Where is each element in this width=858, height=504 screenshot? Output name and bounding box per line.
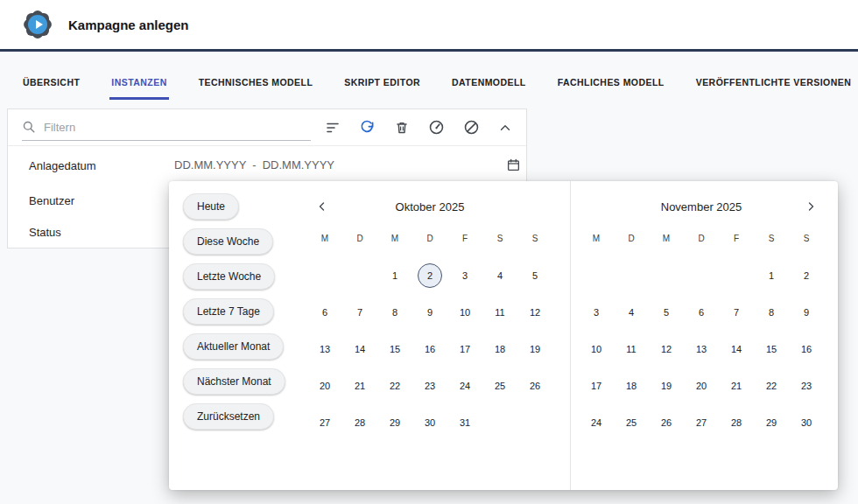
sort-button[interactable] xyxy=(325,120,341,136)
day-cell[interactable]: 15 xyxy=(754,331,789,368)
app-header: Kampagne anlegen xyxy=(0,0,858,52)
quick-button-letzte-7-tage[interactable]: Letzte 7 Tage xyxy=(183,298,274,325)
tab-instanzen[interactable]: INSTANZEN xyxy=(109,72,168,100)
app-logo-icon xyxy=(23,10,53,39)
day-cell[interactable]: 29 xyxy=(754,404,789,441)
day-cell[interactable]: 17 xyxy=(447,331,482,368)
tab-veröffentlichte-versionen[interactable]: VERÖFFENTLICHTE VERSIONEN xyxy=(694,72,854,100)
day-cell[interactable]: 27 xyxy=(684,404,719,441)
run-instance-button[interactable] xyxy=(428,119,445,136)
day-cell[interactable]: 20 xyxy=(307,368,342,404)
day-cell[interactable]: 4 xyxy=(482,257,517,294)
day-cell[interactable]: 3 xyxy=(447,257,482,294)
delete-button[interactable] xyxy=(394,120,410,136)
day-cell-empty xyxy=(482,404,517,441)
month-title: November 2025 xyxy=(661,200,742,214)
day-cell-empty xyxy=(614,257,649,294)
day-cell[interactable]: 10 xyxy=(447,294,482,331)
quick-button-nächster-monat[interactable]: Nächster Monat xyxy=(183,368,285,395)
day-cell[interactable]: 22 xyxy=(377,368,412,404)
day-cell[interactable]: 24 xyxy=(579,404,614,441)
quick-button-heute[interactable]: Heute xyxy=(183,193,239,220)
day-cell[interactable]: 13 xyxy=(684,331,719,368)
day-cell[interactable]: 13 xyxy=(307,331,342,368)
next-month-button[interactable] xyxy=(801,197,820,216)
collapse-button[interactable] xyxy=(498,121,512,135)
day-cell[interactable]: 7 xyxy=(719,294,754,331)
day-cell[interactable]: 26 xyxy=(517,368,552,404)
day-cell[interactable]: 29 xyxy=(377,404,412,441)
day-cell[interactable]: 21 xyxy=(342,368,377,404)
day-cell[interactable]: 30 xyxy=(412,404,447,441)
quick-button-aktueller-monat[interactable]: Aktueller Monat xyxy=(183,333,284,360)
date-range-input[interactable]: DD.MM.YYYY - DD.MM.YYYY xyxy=(174,146,524,185)
day-cell[interactable]: 9 xyxy=(789,294,824,331)
day-cell-empty xyxy=(307,257,342,294)
day-cell[interactable]: 3 xyxy=(579,294,614,331)
day-cell[interactable]: 10 xyxy=(579,331,614,368)
tab-skript-editor[interactable]: SKRIPT EDITOR xyxy=(342,72,422,100)
quick-button-zurücksetzen[interactable]: Zurücksetzen xyxy=(183,403,274,430)
quick-button-diese-woche[interactable]: Diese Woche xyxy=(183,228,273,255)
tab-übersicht[interactable]: ÜBERSICHT xyxy=(21,72,81,100)
day-cell[interactable]: 14 xyxy=(719,331,754,368)
day-cell[interactable]: 22 xyxy=(754,368,789,404)
day-cell[interactable]: 8 xyxy=(754,294,789,331)
day-cell[interactable]: 17 xyxy=(579,368,614,404)
day-cell[interactable]: 16 xyxy=(412,331,447,368)
weekday-label: D xyxy=(614,234,649,243)
tab-fachliches-modell[interactable]: FACHLICHES MODELL xyxy=(556,72,666,100)
day-cell[interactable]: 28 xyxy=(719,404,754,441)
weekday-label: F xyxy=(447,234,482,243)
quick-button-letzte-woche[interactable]: Letzte Woche xyxy=(183,263,275,290)
day-cell[interactable]: 5 xyxy=(649,294,684,331)
day-cell[interactable]: 4 xyxy=(614,294,649,331)
day-cell[interactable]: 21 xyxy=(719,368,754,404)
day-cell[interactable]: 27 xyxy=(307,404,342,441)
tab-technisches-modell[interactable]: TECHNISCHES MODELL xyxy=(197,72,315,100)
field-label: Status xyxy=(29,226,174,239)
day-cell[interactable]: 6 xyxy=(684,294,719,331)
day-cell[interactable]: 18 xyxy=(482,331,517,368)
day-cell[interactable]: 25 xyxy=(614,404,649,441)
day-cell[interactable]: 7 xyxy=(342,294,377,331)
day-cell[interactable]: 19 xyxy=(517,331,552,368)
day-cell[interactable]: 23 xyxy=(412,368,447,404)
clear-filter-button[interactable] xyxy=(463,119,480,136)
day-cell[interactable]: 19 xyxy=(649,368,684,404)
prev-month-button[interactable] xyxy=(313,197,332,216)
day-cell[interactable]: 28 xyxy=(342,404,377,441)
day-cell[interactable]: 11 xyxy=(482,294,517,331)
day-cell[interactable]: 11 xyxy=(614,331,649,368)
day-cell[interactable]: 30 xyxy=(789,404,824,441)
day-cell[interactable]: 2 xyxy=(412,257,447,294)
weekday-label: M xyxy=(649,234,684,243)
day-cell[interactable]: 16 xyxy=(789,331,824,368)
day-cell[interactable]: 14 xyxy=(342,331,377,368)
day-cell[interactable]: 25 xyxy=(482,368,517,404)
day-cell[interactable]: 20 xyxy=(684,368,719,404)
refresh-icon xyxy=(359,119,376,136)
day-cell[interactable]: 6 xyxy=(307,294,342,331)
day-cell[interactable]: 1 xyxy=(754,257,789,294)
day-cell[interactable]: 2 xyxy=(789,257,824,294)
day-cell[interactable]: 18 xyxy=(614,368,649,404)
day-cell[interactable]: 23 xyxy=(789,368,824,404)
day-cell[interactable]: 24 xyxy=(447,368,482,404)
day-cell[interactable]: 12 xyxy=(649,331,684,368)
day-cell[interactable]: 15 xyxy=(377,331,412,368)
day-cell[interactable]: 5 xyxy=(517,257,552,294)
day-cell[interactable]: 26 xyxy=(649,404,684,441)
weekday-row: MDMDFSS xyxy=(572,234,831,243)
refresh-button[interactable] xyxy=(359,119,376,136)
day-cell-empty xyxy=(517,404,552,441)
day-cell[interactable]: 12 xyxy=(517,294,552,331)
day-cell[interactable]: 1 xyxy=(377,257,412,294)
weekday-label: D xyxy=(412,234,447,243)
tab-datenmodell[interactable]: DATENMODELL xyxy=(450,72,528,100)
day-cell[interactable]: 9 xyxy=(412,294,447,331)
day-cell[interactable]: 31 xyxy=(447,404,482,441)
day-cell[interactable]: 8 xyxy=(377,294,412,331)
open-calendar-button[interactable] xyxy=(506,158,521,172)
search-input[interactable]: Filtern xyxy=(22,115,311,141)
